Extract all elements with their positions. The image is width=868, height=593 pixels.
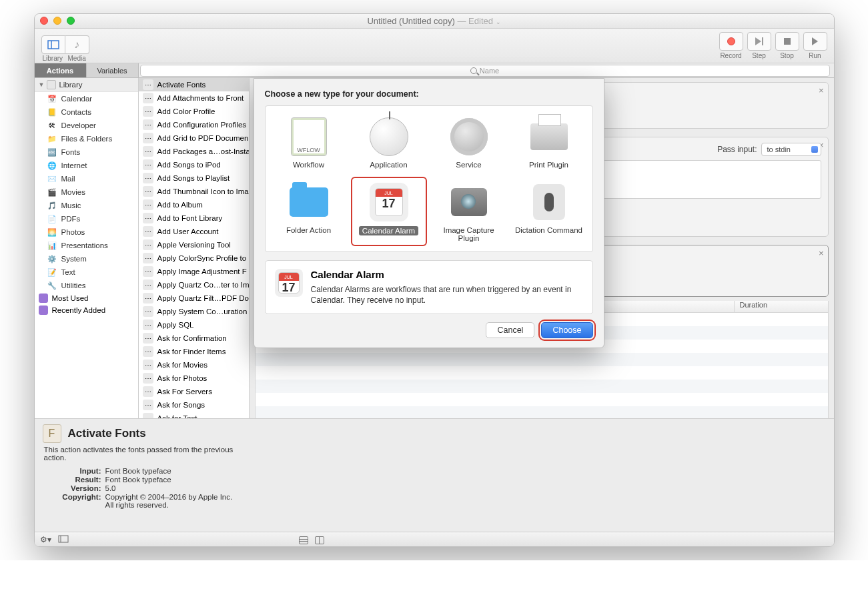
sidebar-item[interactable]: ⚙️System — [35, 252, 138, 265]
type-workflow[interactable]: WFLOWWorkflow — [272, 113, 346, 171]
tab-actions[interactable]: Actions — [35, 63, 87, 77]
record-button[interactable] — [719, 32, 743, 51]
category-icon: ⚙️ — [47, 253, 57, 264]
action-row[interactable]: ⋯Ask for Movies — [139, 358, 249, 372]
action-row[interactable]: ⋯Apply System Co…uration — [139, 305, 249, 318]
action-row[interactable]: ⋯Apply Image Adjustment F — [139, 265, 249, 278]
action-row[interactable]: ⋯Ask for Songs — [139, 398, 249, 412]
action-row[interactable]: ⋯Apply Quartz Filt…PDF Do — [139, 291, 249, 305]
action-row[interactable]: ⋯Add Attachments to Front — [139, 91, 249, 105]
sidebar-item[interactable]: 🌐Internet — [35, 159, 138, 172]
action-icon: ⋯ — [143, 253, 153, 263]
choose-button[interactable]: Choose — [541, 322, 592, 338]
category-icon: 🔧 — [47, 280, 57, 291]
action-row[interactable]: ⋯Add Configuration Profiles — [139, 118, 249, 131]
type-calendar-alarm[interactable]: JUL17Calendar Alarm — [352, 178, 426, 245]
close-step-button[interactable]: × — [819, 85, 824, 95]
calendar-icon: JUL17 — [275, 269, 303, 297]
sidebar-smart-folder[interactable]: Most Used — [35, 292, 138, 304]
svg-rect-0 — [48, 41, 59, 49]
variables-toggle-button[interactable] — [58, 534, 69, 546]
sidebar-item-label: Most Used — [52, 294, 89, 302]
sidebar-item[interactable]: ✉️Mail — [35, 172, 138, 185]
sidebar-item[interactable]: 🎬Movies — [35, 185, 138, 199]
cancel-button[interactable]: Cancel — [486, 322, 534, 338]
run-button[interactable] — [803, 32, 827, 51]
action-icon: ⋯ — [143, 93, 153, 103]
sidebar-item[interactable]: 📅Calendar — [35, 92, 138, 105]
library-header[interactable]: ▼Library — [35, 78, 138, 92]
sidebar-item[interactable]: 📁Files & Folders — [35, 132, 138, 145]
action-row[interactable]: ⋯Apply SQL — [139, 318, 249, 332]
sidebar-item[interactable]: 📒Contacts — [35, 105, 138, 119]
close-window-button[interactable] — [40, 17, 48, 25]
action-row[interactable]: ⋯Activate Fonts — [139, 78, 249, 91]
search-input[interactable]: Name — [140, 65, 830, 77]
pass-input-select[interactable]: to stdin — [761, 143, 821, 156]
action-row[interactable]: ⋯Apply Quartz Co…ter to Im — [139, 278, 249, 291]
type-image-capture-plugin[interactable]: Image Capture Plugin — [432, 178, 506, 245]
action-row[interactable]: ⋯Ask for Finder Items — [139, 345, 249, 358]
gear-menu-button[interactable]: ⚙︎▾ — [40, 535, 51, 544]
action-row[interactable]: ⋯Ask for Photos — [139, 372, 249, 385]
sidebar-item[interactable]: 🔧Utilities — [35, 279, 138, 292]
workflow-icon: WFLOW — [291, 117, 327, 156]
action-label: Add Configuration Profiles — [157, 121, 247, 129]
duration-column-header[interactable]: Duration — [735, 301, 828, 312]
stop-icon — [784, 38, 791, 45]
type-label: Calendar Alarm — [359, 226, 418, 235]
folder-icon — [290, 187, 328, 217]
sidebar-item[interactable]: 🛠Developer — [35, 119, 138, 132]
sidebar-item-label: System — [61, 255, 87, 263]
category-icon: 📝 — [47, 267, 57, 277]
action-row[interactable]: ⋯Add Songs to iPod — [139, 158, 249, 171]
library-toggle-button[interactable] — [41, 35, 65, 54]
type-application[interactable]: Application — [352, 113, 426, 171]
minimize-window-button[interactable] — [53, 17, 61, 25]
action-row[interactable]: ⋯Apple Versioning Tool — [139, 238, 249, 251]
type-service[interactable]: Service — [432, 113, 506, 171]
toolbar: ♪ Library Media Record Step Stop Run — [35, 29, 834, 63]
type-folder-action[interactable]: Folder Action — [272, 178, 346, 245]
action-row[interactable]: ⋯Add Songs to Playlist — [139, 171, 249, 185]
sidebar-item-label: Photos — [61, 228, 85, 236]
action-row[interactable]: ⋯Add Color Profile — [139, 105, 249, 118]
type-print-plugin[interactable]: Print Plugin — [512, 113, 586, 171]
action-row[interactable]: ⋯Ask for Confirmation — [139, 332, 249, 345]
sidebar-item[interactable]: 🎵Music — [35, 199, 138, 212]
action-icon: ⋯ — [143, 306, 153, 317]
action-label: Apply Image Adjustment F — [157, 267, 247, 275]
sidebar-item[interactable]: 📄PDFs — [35, 212, 138, 225]
action-row[interactable]: ⋯Add Grid to PDF Documen — [139, 131, 249, 145]
action-row[interactable]: ⋯Add User Account — [139, 225, 249, 238]
type-dictation-command[interactable]: Dictation Command — [512, 178, 586, 245]
media-toggle-button[interactable]: ♪ — [65, 35, 89, 54]
action-icon: ⋯ — [143, 133, 153, 143]
action-label: Apply ColorSync Profile to — [157, 254, 247, 262]
action-label: Add Attachments to Front — [157, 94, 244, 102]
action-row[interactable]: ⋯Add Packages a…ost-Insta — [139, 145, 249, 158]
log-view-grid-button[interactable] — [315, 536, 324, 544]
action-row[interactable]: ⋯Add to Album — [139, 198, 249, 211]
tab-variables[interactable]: Variables — [87, 63, 139, 77]
close-step-button[interactable]: × — [819, 248, 824, 258]
sidebar-item[interactable]: 📊Presentations — [35, 239, 138, 252]
action-label: Ask For Servers — [157, 388, 212, 396]
action-row[interactable]: ⋯Ask For Servers — [139, 385, 249, 398]
service-icon — [450, 118, 488, 155]
step-button[interactable] — [747, 32, 771, 51]
sidebar-item[interactable]: 🔤Fonts — [35, 145, 138, 159]
stop-button[interactable] — [775, 32, 799, 51]
sidebar-smart-folder[interactable]: Recently Added — [35, 304, 138, 316]
action-row[interactable]: ⋯Add to Font Library — [139, 211, 249, 225]
log-view-list-button[interactable] — [299, 536, 308, 544]
window-controls — [40, 17, 75, 25]
action-row[interactable]: ⋯Add Thumbnail Icon to Ima — [139, 185, 249, 198]
sidebar-item[interactable]: 🌅Photos — [35, 225, 138, 239]
info-description: This action activates the fonts passed f… — [44, 446, 240, 462]
action-row[interactable]: ⋯Apply ColorSync Profile to — [139, 251, 249, 265]
sidebar-item[interactable]: 📝Text — [35, 265, 138, 279]
zoom-window-button[interactable] — [67, 17, 75, 25]
category-icon: 📒 — [47, 107, 57, 117]
action-label: Add to Font Library — [157, 214, 223, 222]
